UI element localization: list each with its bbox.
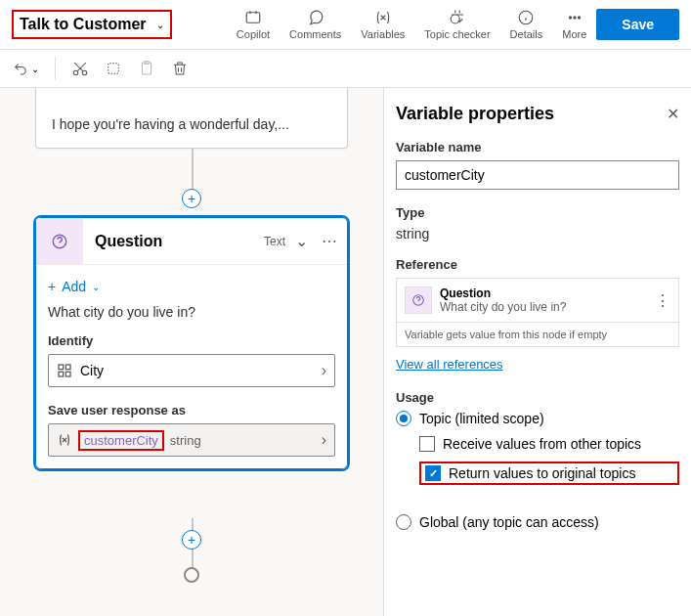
receive-values-checkbox[interactable]: Receive values from other topics (419, 436, 679, 452)
return-values-checkbox[interactable]: Return values to original topics (419, 462, 679, 485)
message-node[interactable]: I hope you're having a wonderful day,... (35, 88, 348, 149)
usage-label: Usage (396, 390, 679, 405)
usage-global-label: Global (any topic can access) (419, 514, 599, 530)
variable-properties-panel: Variable properties ✕ Variable name Type… (383, 88, 691, 616)
plus-icon: + (48, 279, 56, 294)
svg-point-5 (73, 70, 78, 75)
type-value: string (396, 226, 679, 242)
svg-rect-11 (59, 365, 64, 370)
svg-point-3 (574, 17, 576, 19)
reference-note: Variable gets value from this node if em… (396, 323, 679, 347)
chevron-right-icon: › (322, 362, 326, 379)
comment-icon (307, 9, 324, 26)
svg-rect-12 (65, 365, 70, 370)
panel-title-text: Variable properties (396, 104, 554, 124)
details-button[interactable]: Details (500, 9, 553, 40)
panel-title: Variable properties ✕ (396, 104, 679, 124)
receive-values-label: Receive values from other topics (443, 436, 641, 452)
info-icon (517, 9, 535, 26)
more-label: More (562, 28, 586, 40)
reference-card[interactable]: Question What city do you live in? ⋮ (396, 278, 679, 323)
identify-dropdown[interactable]: City › (48, 354, 335, 387)
chevron-down-icon[interactable]: ⌄ (291, 232, 312, 250)
edit-toolbar: ⌄ (0, 49, 691, 88)
variables-label: Variables (361, 28, 405, 40)
copy-button[interactable] (105, 60, 122, 77)
svg-point-2 (569, 17, 571, 19)
usage-topic-radio[interactable]: Topic (limited scope) (396, 411, 679, 426)
checkbox-icon (425, 465, 441, 481)
main-area: I hope you're having a wonderful day,...… (0, 88, 691, 616)
svg-point-6 (82, 70, 87, 75)
svg-point-4 (578, 17, 580, 19)
variable-name: customerCity (78, 430, 164, 451)
return-values-label: Return values to original topics (449, 465, 635, 481)
trash-icon (171, 60, 189, 77)
question-title: Question (83, 233, 264, 250)
details-label: Details (510, 28, 543, 40)
scissors-icon (71, 60, 89, 77)
view-all-references-link[interactable]: View all references (396, 357, 503, 372)
question-prompt[interactable]: What city do you live in? (48, 304, 335, 320)
add-node-button[interactable]: + (182, 189, 201, 208)
reference-title: Question (440, 286, 647, 300)
copilot-icon (244, 9, 262, 26)
variables-icon (374, 9, 392, 26)
add-condition-button[interactable]: + Add ⌄ (48, 275, 335, 298)
topic-name-dropdown[interactable]: Talk to Customer ⌄ (12, 10, 172, 39)
save-response-label: Save user response as (48, 403, 335, 418)
copilot-button[interactable]: Copilot (227, 9, 280, 40)
delete-button[interactable] (171, 60, 189, 77)
reference-subtitle: What city do you live in? (440, 300, 647, 314)
checkbox-icon (419, 436, 435, 452)
variable-name-label: Variable name (396, 140, 679, 154)
usage-topic-label: Topic (limited scope) (419, 411, 544, 426)
cut-button[interactable] (71, 60, 89, 77)
variable-name-input[interactable] (396, 160, 679, 190)
save-button[interactable]: Save (596, 9, 679, 40)
top-toolbar: Talk to Customer ⌄ Copilot Comments Vari… (0, 0, 691, 49)
entity-icon (57, 363, 72, 378)
topic-checker-button[interactable]: Topic checker (414, 9, 499, 40)
variable-picker[interactable]: customerCity string › (48, 423, 335, 457)
message-text: I hope you're having a wonderful day,... (52, 88, 289, 132)
variables-button[interactable]: Variables (351, 9, 414, 40)
paste-button[interactable] (138, 60, 155, 77)
variable-icon (57, 432, 72, 448)
copy-icon (105, 60, 122, 77)
undo-button[interactable]: ⌄ (12, 60, 39, 77)
authoring-canvas[interactable]: I hope you're having a wonderful day,...… (0, 88, 383, 616)
usage-global-radio[interactable]: Global (any topic can access) (396, 514, 679, 530)
comments-button[interactable]: Comments (280, 9, 351, 40)
svg-rect-0 (246, 13, 260, 23)
type-label: Type (396, 205, 679, 220)
svg-rect-14 (65, 372, 70, 376)
reference-more-button[interactable]: ⋮ (655, 291, 670, 310)
topic-checker-label: Topic checker (424, 28, 490, 40)
more-icon (566, 9, 583, 26)
copilot-label: Copilot (237, 28, 270, 40)
close-panel-button[interactable]: ✕ (667, 105, 679, 123)
paste-icon (138, 60, 155, 77)
variable-type: string (170, 433, 201, 448)
chevron-down-icon: ⌄ (92, 282, 100, 292)
undo-icon (12, 60, 29, 77)
radio-icon (396, 514, 411, 530)
svg-rect-13 (59, 372, 64, 376)
topic-checker-icon (449, 9, 466, 26)
question-icon (36, 218, 83, 264)
chevron-down-icon: ⌄ (156, 20, 164, 30)
chevron-right-icon: › (322, 431, 326, 449)
radio-icon (396, 411, 411, 426)
end-node-icon (184, 567, 199, 583)
question-node[interactable]: Question Text ⌄ ⋯ + Add ⌄ What city do y… (35, 217, 348, 469)
comments-label: Comments (289, 28, 341, 40)
more-button[interactable]: More (552, 9, 596, 40)
add-node-button[interactable]: + (182, 530, 201, 550)
node-more-button[interactable]: ⋯ (312, 232, 347, 250)
question-header[interactable]: Question Text ⌄ ⋯ (36, 218, 347, 265)
output-type-label: Text (264, 235, 291, 248)
topic-name-label: Talk to Customer (20, 16, 147, 33)
identify-label: Identify (48, 333, 335, 348)
question-icon (405, 286, 432, 314)
